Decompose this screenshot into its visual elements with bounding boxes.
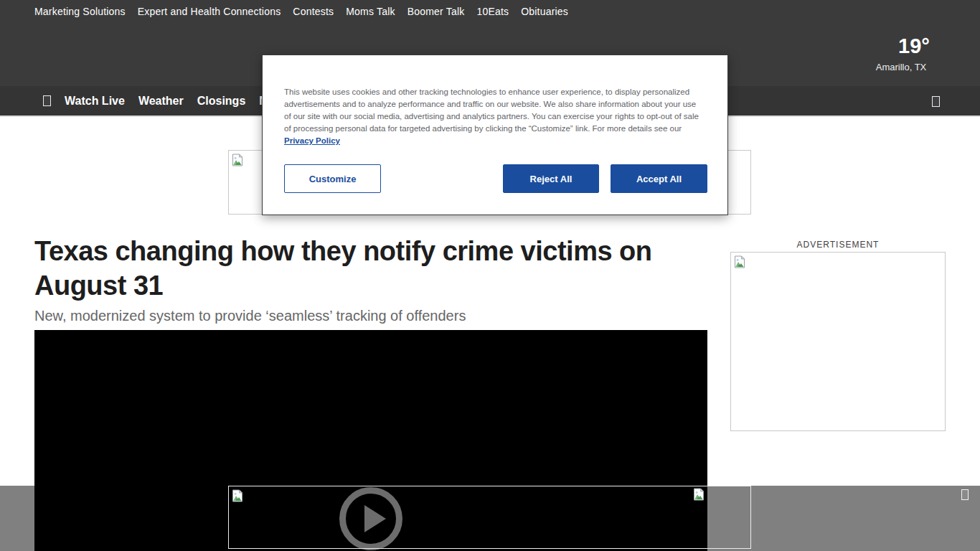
broken-image-icon — [693, 488, 705, 501]
nav-item-closings[interactable]: Closings — [197, 95, 246, 108]
menu-item-obituaries[interactable]: Obituaries — [521, 6, 568, 17]
menu-item-contests[interactable]: Contests — [293, 6, 334, 17]
menu-item-10eats[interactable]: 10Eats — [476, 6, 509, 17]
home-icon[interactable] — [43, 95, 51, 106]
advertisement-label: ADVERTISEMENT — [730, 240, 946, 250]
weather-temperature: 19° — [851, 34, 951, 57]
menu-item-marketing-solutions[interactable]: Marketing Solutions — [34, 6, 126, 17]
article-subheadline: New, modernized system to provide ‘seaml… — [34, 308, 709, 324]
menu-item-moms-talk[interactable]: Moms Talk — [346, 6, 395, 17]
accept-all-button[interactable]: Accept All — [611, 164, 707, 193]
utility-menu: Marketing Solutions Expert and Health Co… — [34, 0, 568, 23]
privacy-policy-link[interactable]: Privacy Policy — [284, 136, 340, 145]
cookie-consent-dialog: This website uses cookies and other trac… — [262, 55, 728, 215]
broken-image-icon — [232, 154, 244, 166]
customize-button[interactable]: Customize — [284, 164, 381, 193]
bottom-ad-slot[interactable] — [228, 486, 751, 549]
menu-item-expert-health[interactable]: Expert and Health Connections — [138, 6, 281, 17]
weather-location: Amarillo, TX — [851, 62, 951, 72]
weather-widget[interactable]: 19° Amarillo, TX — [851, 34, 951, 72]
close-icon[interactable] — [961, 489, 969, 500]
menu-item-boomer-talk[interactable]: Boomer Talk — [407, 6, 465, 17]
cookie-message-text: This website uses cookies and other trac… — [284, 88, 699, 133]
cookie-message: This website uses cookies and other trac… — [284, 86, 705, 147]
reject-all-button[interactable]: Reject All — [503, 164, 599, 193]
page: Marketing Solutions Expert and Health Co… — [0, 0, 980, 551]
nav-item-weather[interactable]: Weather — [138, 95, 184, 108]
broken-image-icon — [734, 255, 746, 268]
article-headline: Texas changing how they notify crime vic… — [34, 234, 709, 303]
sidebar-ad-slot[interactable] — [730, 252, 946, 431]
broken-image-icon — [232, 489, 244, 502]
nav-item-watch-live[interactable]: Watch Live — [65, 95, 125, 108]
search-icon[interactable] — [932, 96, 940, 107]
